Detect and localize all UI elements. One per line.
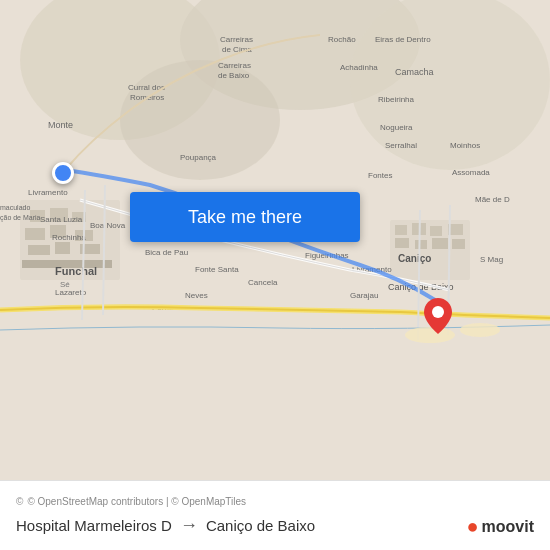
svg-text:Poupança: Poupança <box>180 153 217 162</box>
svg-point-66 <box>460 323 500 337</box>
svg-rect-22 <box>430 226 442 236</box>
svg-text:Boa Nova: Boa Nova <box>90 221 126 230</box>
svg-rect-10 <box>25 228 45 240</box>
svg-text:Funchal: Funchal <box>55 265 97 277</box>
svg-text:Mãe de D: Mãe de D <box>475 195 510 204</box>
svg-text:Achadinha: Achadinha <box>340 63 378 72</box>
svg-text:ção de Maria: ção de Maria <box>0 214 41 222</box>
svg-text:Rochinha: Rochinha <box>52 233 86 242</box>
arrow-icon: → <box>180 515 198 536</box>
svg-text:Carreiras: Carreiras <box>220 35 253 44</box>
moovit-logo: ● moovit <box>466 515 534 538</box>
svg-text:Monte: Monte <box>48 120 73 130</box>
destination-marker <box>424 298 452 334</box>
svg-text:Bica de Pau: Bica de Pau <box>145 248 188 257</box>
svg-text:S Mag: S Mag <box>480 255 503 264</box>
svg-rect-20 <box>395 225 407 235</box>
svg-text:Cancela: Cancela <box>248 278 278 287</box>
svg-text:Serralhal: Serralhal <box>385 141 417 150</box>
svg-text:Fonte Santa: Fonte Santa <box>195 265 239 274</box>
svg-text:Rochão: Rochão <box>328 35 356 44</box>
origin-label: Hospital Marmeleiros D <box>16 517 172 534</box>
map-container: Funchal Sé Caniço Caniço de Baixo Monte … <box>0 0 550 480</box>
svg-text:Neves: Neves <box>185 291 208 300</box>
svg-rect-26 <box>432 238 448 249</box>
take-me-there-button[interactable]: Take me there <box>130 192 360 242</box>
svg-text:Assomada: Assomada <box>452 168 490 177</box>
attribution: © © OpenStreetMap contributors | © OpenM… <box>16 496 534 507</box>
footer: © © OpenStreetMap contributors | © OpenM… <box>0 480 550 550</box>
svg-text:Caniço: Caniço <box>398 253 431 264</box>
svg-text:Eiras de Dentro: Eiras de Dentro <box>375 35 431 44</box>
origin-marker <box>52 162 74 184</box>
svg-text:Ribeirinha: Ribeirinha <box>378 95 415 104</box>
svg-rect-13 <box>28 245 50 255</box>
route-info: Hospital Marmeleiros D → Caniço de Baixo… <box>16 515 534 536</box>
svg-text:maculado: maculado <box>0 204 30 211</box>
svg-text:Camacha: Camacha <box>395 67 434 77</box>
svg-text:de Baixo: de Baixo <box>218 71 250 80</box>
svg-point-67 <box>432 306 444 318</box>
svg-text:Livramento: Livramento <box>28 188 68 197</box>
svg-text:Garajau: Garajau <box>350 291 378 300</box>
svg-text:Fontes: Fontes <box>368 171 392 180</box>
svg-rect-25 <box>415 240 427 249</box>
svg-rect-24 <box>395 238 409 248</box>
svg-rect-14 <box>55 242 70 254</box>
destination-label: Caniço de Baixo <box>206 517 315 534</box>
svg-text:Nogueira: Nogueira <box>380 123 413 132</box>
svg-rect-27 <box>452 239 465 249</box>
svg-text:Moinhos: Moinhos <box>450 141 480 150</box>
attribution-text: © OpenStreetMap contributors | © OpenMap… <box>27 496 246 507</box>
svg-text:Santa Luzia: Santa Luzia <box>40 215 83 224</box>
copyright-icon: © <box>16 496 23 507</box>
svg-text:Carreiras: Carreiras <box>218 61 251 70</box>
svg-point-5 <box>120 60 280 180</box>
